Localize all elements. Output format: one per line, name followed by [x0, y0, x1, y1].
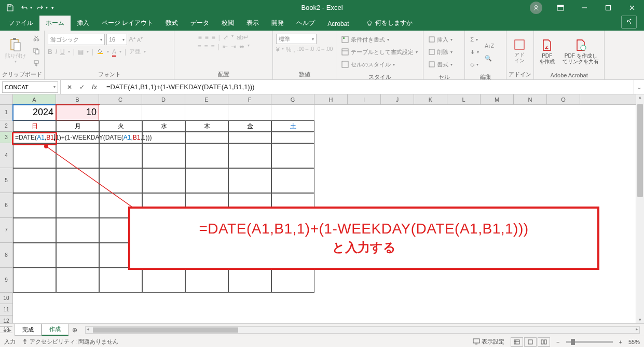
align-top-icon[interactable]: ≡ [198, 34, 202, 41]
col-header[interactable]: J [381, 94, 414, 104]
col-header[interactable]: C [99, 94, 142, 104]
align-center-icon[interactable]: ≡ [204, 43, 208, 50]
col-header[interactable]: G [271, 94, 314, 104]
decrease-decimal-icon[interactable]: .0→.00 [316, 46, 333, 53]
tab-acrobat[interactable]: Acrobat [321, 17, 355, 31]
decrease-font-icon[interactable]: A▾ [137, 36, 143, 43]
cell[interactable] [271, 132, 314, 143]
row-header[interactable]: 9 [0, 268, 12, 293]
percent-icon[interactable]: % [286, 46, 292, 53]
comma-icon[interactable]: , [293, 46, 295, 53]
cell[interactable] [13, 218, 56, 243]
undo-dropdown-icon[interactable]: ▾ [30, 5, 32, 10]
tab-help[interactable]: ヘルプ [290, 16, 321, 31]
fill-button[interactable]: ⬇▾ [468, 46, 481, 58]
cell-day-header[interactable]: 土 [271, 120, 314, 132]
cell[interactable] [228, 143, 271, 168]
font-size-combo[interactable]: 16▾ [106, 34, 127, 45]
number-format-combo[interactable]: 標準▾ [276, 34, 317, 44]
horizontal-scrollbar[interactable]: ◂ ▸ [85, 326, 640, 334]
tab-developer[interactable]: 開発 [265, 16, 290, 31]
tab-data[interactable]: データ [184, 16, 215, 31]
tab-home[interactable]: ホーム [39, 16, 71, 31]
row-header[interactable]: 3 [0, 132, 12, 143]
cell-day-header[interactable]: 日 [13, 120, 56, 132]
scrollbar-thumb[interactable] [93, 327, 238, 333]
row-header[interactable]: 4 [0, 143, 12, 168]
zoom-thumb[interactable] [571, 339, 575, 345]
cell-day-header[interactable]: 水 [142, 120, 185, 132]
cancel-formula-button[interactable]: ✕ [64, 81, 75, 93]
cell[interactable] [56, 218, 99, 243]
scroll-down-icon[interactable]: ▾ [636, 317, 644, 322]
chevron-down-icon[interactable]: ▾ [53, 85, 56, 89]
row-header[interactable]: 8 [0, 243, 12, 268]
cell[interactable] [185, 168, 228, 193]
col-header[interactable]: N [514, 94, 547, 104]
create-pdf-button[interactable]: PDF を作成 [536, 37, 558, 65]
cell[interactable] [185, 105, 228, 120]
align-right-icon[interactable]: ≡ [211, 43, 214, 50]
indent-increase-icon[interactable]: ⇥ [231, 43, 236, 50]
cell[interactable] [142, 143, 185, 168]
tab-file[interactable]: ファイル [2, 16, 39, 31]
expand-formula-bar-icon[interactable]: ⌄ [634, 80, 644, 94]
cut-button[interactable] [31, 33, 42, 44]
tab-view[interactable]: 表示 [240, 16, 265, 31]
accessibility-status[interactable]: アクセシビリティ: 問題ありません [22, 338, 118, 346]
row-header[interactable]: 7 [0, 218, 12, 243]
cell[interactable] [56, 268, 99, 293]
underline-button[interactable]: U [60, 48, 65, 56]
maximize-icon[interactable] [596, 0, 620, 15]
phonetic-button[interactable]: ア亜 [129, 48, 141, 56]
cell-styles-button[interactable]: セルのスタイル▾ [339, 59, 420, 70]
italic-button[interactable]: I [56, 48, 57, 56]
cell-day-header[interactable]: 月 [56, 120, 99, 132]
increase-font-icon[interactable]: A▴ [129, 35, 135, 43]
row-header[interactable]: 11 [0, 304, 12, 315]
sheet-tab-active[interactable]: 作成 [42, 324, 68, 336]
cell[interactable] [56, 243, 99, 268]
row-header[interactable]: 1 [0, 105, 12, 120]
row-header[interactable]: 5 [0, 168, 12, 193]
tab-formulas[interactable]: 数式 [159, 16, 184, 31]
tab-insert[interactable]: 挿入 [71, 16, 95, 31]
col-header[interactable]: F [228, 94, 271, 104]
cell[interactable] [13, 243, 56, 268]
cell[interactable] [228, 132, 271, 143]
find-button[interactable]: 🔍 [483, 52, 496, 64]
cell[interactable] [228, 268, 271, 293]
redo-dropdown-icon[interactable]: ▾ [46, 5, 48, 10]
cell[interactable] [142, 268, 185, 293]
copy-button[interactable] [31, 45, 42, 57]
sort-filter-button[interactable]: A↓Z [483, 40, 496, 51]
cell[interactable] [271, 105, 314, 120]
cell[interactable] [271, 268, 314, 293]
zoom-level[interactable]: 55% [628, 339, 640, 345]
col-header[interactable]: E [185, 94, 228, 104]
format-as-table-button[interactable]: テーブルとして書式設定▾ [339, 46, 420, 58]
orientation-icon[interactable]: ⤢ [223, 34, 228, 41]
font-name-combo[interactable]: 游ゴシック▾ [48, 34, 105, 45]
select-all-button[interactable] [0, 94, 13, 104]
fill-color-button[interactable] [97, 47, 104, 56]
indent-decrease-icon[interactable]: ⇤ [223, 43, 228, 50]
cell[interactable] [13, 268, 56, 293]
qa-customize-icon[interactable]: ▾ [49, 2, 56, 14]
font-color-button[interactable]: A [112, 48, 116, 56]
cell-a1[interactable]: 2024 [13, 105, 56, 120]
view-pagebreak-icon[interactable] [538, 337, 550, 347]
row-header[interactable]: 2 [0, 120, 12, 132]
row-header[interactable]: 13 [0, 327, 12, 333]
cell[interactable] [99, 268, 142, 293]
user-avatar-icon[interactable] [530, 2, 542, 14]
cell-b1[interactable]: 10 [56, 105, 99, 120]
col-header[interactable]: B [56, 94, 99, 104]
cell-day-header[interactable]: 木 [185, 120, 228, 132]
align-left-icon[interactable]: ≡ [197, 43, 201, 50]
cell[interactable] [271, 143, 314, 168]
cell[interactable] [228, 168, 271, 193]
col-header[interactable]: A [13, 94, 56, 104]
cell[interactable] [142, 105, 185, 120]
format-painter-button[interactable] [31, 58, 42, 69]
